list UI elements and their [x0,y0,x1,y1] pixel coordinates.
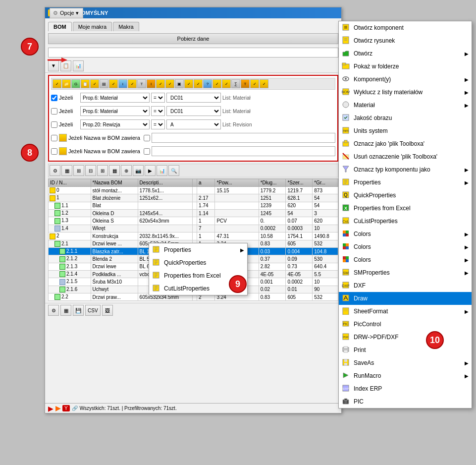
strip-icon-9[interactable]: ✓ [128,79,137,88]
cond-value-1[interactable]: DC01 [166,93,221,103]
name-cond-check-2a[interactable] [51,148,57,155]
bom-zoom-btn[interactable]: 🔍 [168,165,179,176]
strip-icon-8[interactable]: i [118,79,127,88]
bom-camera-btn[interactable]: 📷 [133,165,144,176]
menu-item[interactable]: Otwórz komponent [339,21,472,34]
bom-chart-btn[interactable]: 📊 [157,165,167,176]
menu-item[interactable]: CuLCuListProperties [339,215,472,228]
table-row[interactable]: 0 stół montaż... 1778.5x1... 15.15 1779.… [49,187,338,194]
strip-icon-2[interactable]: 📁 [62,79,71,88]
menu-item[interactable]: Otwórz rysunek [339,34,472,47]
menu-item[interactable]: Print [339,344,472,356]
table-row[interactable]: 2 Konstrukcja 2032.8x1145.9x... 1 47.31 … [49,232,338,240]
tab-bom[interactable]: BOM [48,22,72,31]
name-cond-input-1[interactable] [152,133,335,143]
tab-my-macros[interactable]: Moje makra [73,22,112,31]
strip-icon-14[interactable]: ▣ [175,79,184,88]
menu-item[interactable]: Jakość obrazu [339,112,472,124]
bom-group-btn[interactable]: ▦ [109,165,120,176]
col-qty[interactable]: a [197,179,215,187]
col-name[interactable]: *Nazwa BOM [91,179,138,187]
bom-play-btn[interactable]: ▶ [145,165,156,176]
menu-item[interactable]: Colors▶ [339,253,472,266]
menu-item[interactable]: mmUnits system [339,124,472,137]
cond-prop-3[interactable]: Prop.20: Rewizja [80,119,150,129]
strip-icon-19[interactable]: ✓ [222,79,231,88]
col-id[interactable]: ID / N... [49,179,91,187]
col-gr[interactable]: *Gr... [313,179,338,187]
strip-icon-15[interactable]: ✓ [184,79,193,88]
name-cond-check-1a[interactable] [51,135,57,141]
strip-icon-3[interactable]: G [71,79,80,88]
menu-item[interactable]: Pokaż w folderze [339,60,472,73]
strip-icon-1[interactable]: ✓ [53,79,61,88]
strip-icon-7[interactable]: ✓ [109,79,118,88]
bom-cols-btn[interactable]: ⊞ [73,165,84,176]
menu-item[interactable]: Properties▶ [339,176,472,189]
strip-icon-20[interactable]: ∑ [231,79,240,88]
menu-item[interactable]: Colors▶ [339,240,472,253]
menu-item[interactable]: SMSMProperties▶ [339,266,472,279]
menu-item[interactable]: PIC [339,395,472,408]
table-row[interactable]: 1.2 Okleina D 1245x54... 1.14 1245 54 3 [49,210,338,217]
name-cond-check-1b[interactable] [144,135,150,141]
strip-icon-5[interactable]: ✓ [90,79,99,88]
cond-value-3[interactable]: A [166,119,221,129]
col-szer[interactable]: *Szer... [286,179,313,187]
cond-op-2[interactable]: = [151,106,165,116]
menu-item[interactable]: Materiał▶ [339,99,472,112]
menu-item[interactable]: Colors▶ [339,228,472,240]
strip-icon-21[interactable]: T [241,79,250,88]
menu-item[interactable]: Otwórz▶ [339,47,472,60]
name-cond-input-2[interactable] [152,146,335,156]
strip-icon-16[interactable]: ✓ [194,79,203,88]
stats-icon-btn[interactable]: 📊 [73,60,84,71]
strip-icon-4[interactable]: 📋 [81,79,90,88]
strip-icon-10[interactable]: T [137,79,146,88]
table-row[interactable]: 1.3 Okleina S 620x54x3mm 1 PCV 0. 0.07 6… [49,217,338,225]
table-row[interactable]: 1.1 Blat 1.74 1239 620 54 [49,202,338,209]
cond-check-3[interactable] [51,121,57,128]
fetch-data-button[interactable]: Pobierz dane [48,33,338,44]
menu-item[interactable]: PDFDRW->PDF/DXF [339,331,472,344]
col-pow[interactable]: *Pow... [215,179,259,187]
cond-op-1[interactable]: = [151,93,165,103]
col-dlug[interactable]: *Dług... [259,179,286,187]
sub-menu-item[interactable]: Properties▶ [149,243,247,256]
sub-menu-item[interactable]: QuickProperties [149,256,247,269]
bottom-table-btn[interactable]: ▦ [60,305,71,316]
bottom-settings-btn[interactable]: ⚙ [48,305,59,316]
col-desc[interactable]: Descripti... [138,179,192,187]
cond-value-2[interactable]: DC01 [166,106,221,116]
search-input[interactable] [48,48,338,58]
strip-icon-13[interactable]: ✓ [165,79,174,88]
menu-item[interactable]: Komponent(y)▶ [339,73,472,86]
menu-item[interactable]: Usuń oznaczenie 'plik Toolboxa' [339,150,472,163]
cond-op-3[interactable]: = [151,119,165,129]
tab-macros[interactable]: Makra [113,22,139,31]
strip-icon-11[interactable]: I [147,79,156,88]
strip-icon-18[interactable]: ✓ [212,79,221,88]
bottom-csv-btn[interactable]: CSV [85,305,101,316]
menu-item[interactable]: SheetFormat▶ [339,305,472,318]
bom-filter-btn[interactable]: ⊞ [97,165,108,176]
menu-item[interactable]: PICPicControl [339,318,472,331]
cond-prop-2[interactable]: Prop.6: Materiał [80,106,150,116]
bottom-img-btn[interactable]: 🖼 [102,305,113,316]
strip-icon-17[interactable]: ? [203,79,212,88]
menu-item[interactable]: Draw [339,292,472,305]
cond-check-1[interactable] [51,95,57,101]
bottom-save-btn[interactable]: 💾 [73,305,84,316]
strip-icon-12[interactable]: ✓ [156,79,165,88]
bom-calc-btn[interactable]: ⊕ [121,165,132,176]
menu-item[interactable]: RunMacro▶ [339,369,472,382]
bom-grid-btn[interactable]: ▦ [61,165,72,176]
menu-item[interactable]: SaveAs▶ [339,356,472,369]
menu-item[interactable]: XProperties from Excel [339,202,472,215]
menu-item[interactable]: Oznacz typ komponentu jako▶ [339,163,472,176]
table-row[interactable]: 1 Blat złożenie 1251x62... 2.17 1251 628… [49,194,338,202]
menu-item[interactable]: QQuickProperties [339,189,472,202]
cond-prop-1[interactable]: Prop.6: Materiał [80,93,150,103]
table-row[interactable]: 1.4 Wkręt 7 0.0002 0.0003 10 [49,225,338,232]
cond-check-2[interactable] [51,108,57,115]
